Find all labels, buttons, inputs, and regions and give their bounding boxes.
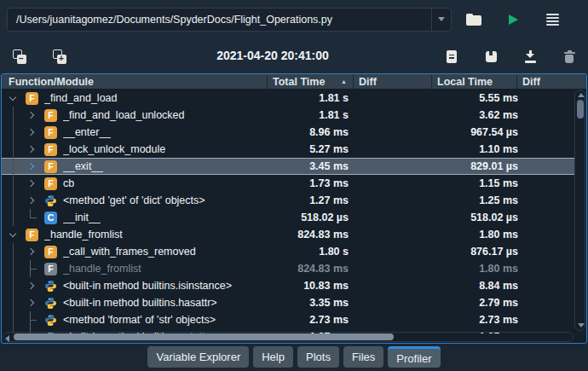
column-header-total-time[interactable]: Total Time▲	[268, 74, 354, 89]
function-icon: F	[44, 126, 57, 139]
column-header-function-module[interactable]: Function/Module	[2, 74, 268, 89]
open-file-button[interactable]	[464, 9, 484, 31]
expander-right-icon[interactable]	[26, 141, 37, 158]
local-time-value: 1.80 ms	[432, 260, 518, 277]
tab-help[interactable]: Help	[253, 346, 293, 368]
table-row[interactable]: F _find_and_load 1.81 s 5.55 ms	[2, 90, 574, 107]
total-diff-value	[357, 260, 425, 277]
table-row[interactable]: <built-in method builtins.hasattr> 3.35 …	[2, 294, 574, 311]
local-time-value: 876.17 µs	[432, 243, 518, 260]
function-label: _handle_fromlist	[63, 263, 141, 275]
table-row[interactable]: <method 'format' of 'str' objects> 2.73 …	[2, 311, 574, 328]
load-data-button[interactable]	[520, 45, 540, 67]
local-time-value: 829.01 µs	[432, 158, 518, 175]
tab-profiler[interactable]: Profiler	[388, 346, 440, 368]
table-row[interactable]: F __exit__ 3.45 ms 829.01 µs	[2, 158, 574, 175]
table-row[interactable]: F _handle_fromlist 824.83 ms 1.80 ms	[2, 226, 574, 243]
total-time-value: 2.73 ms	[268, 311, 349, 328]
local-diff-value	[524, 226, 574, 243]
column-header-label: Diff	[359, 76, 377, 88]
local-diff-value	[524, 124, 574, 141]
total-time-value: 824.83 ms	[268, 226, 349, 243]
expander-right-icon[interactable]	[26, 158, 37, 175]
local-time-value: 1.15 ms	[432, 175, 518, 192]
function-label: <built-in method builtins.isinstance>	[63, 280, 232, 292]
function-icon: F	[44, 143, 57, 156]
scroll-up-icon[interactable]	[578, 93, 585, 97]
column-header-label: Local Time	[437, 76, 493, 88]
table-row[interactable]: F __enter__ 8.96 ms 967.54 µs	[2, 124, 574, 141]
expander-right-icon[interactable]	[26, 294, 37, 311]
table-row[interactable]: F _lock_unlock_module 5.27 ms 1.10 ms	[2, 141, 574, 158]
python-icon	[44, 297, 57, 310]
expander-right-icon[interactable]	[26, 243, 37, 260]
column-header-diff[interactable]: Diff	[517, 74, 586, 89]
scroll-down-icon[interactable]	[578, 323, 585, 328]
function-label: cb	[63, 177, 74, 189]
tree-branch-line	[26, 311, 37, 328]
column-header-label: Function/Module	[9, 76, 94, 88]
expander-right-icon[interactable]	[26, 175, 37, 192]
total-diff-value	[357, 90, 425, 107]
total-time-value: 1.80 s	[268, 243, 349, 260]
table-row[interactable]: F _handle_fromlist 824.83 ms 1.80 ms	[2, 260, 574, 277]
total-diff-value	[357, 175, 425, 192]
column-header-label: Diff	[522, 76, 540, 88]
expander-right-icon[interactable]	[26, 107, 37, 124]
local-diff-value	[524, 158, 574, 175]
function-label: <method 'format' of 'str' objects>	[63, 314, 216, 326]
script-path-value[interactable]: /Users/juanitagomez/Documents/SpyderDocs…	[8, 14, 431, 26]
total-diff-value	[357, 277, 425, 294]
table-row[interactable]: F _call_with_frames_removed 1.80 s 876.1…	[2, 243, 574, 260]
options-menu-button[interactable]	[542, 9, 562, 31]
save-data-button[interactable]	[481, 45, 501, 67]
local-time-value: 1.25 ms	[432, 192, 518, 209]
local-diff-value	[524, 311, 574, 328]
path-dropdown-button[interactable]	[431, 9, 451, 31]
total-time-value: 10.83 ms	[268, 277, 349, 294]
local-diff-value	[524, 294, 574, 311]
table-header: Function/ModuleTotal Time▲DiffLocal Time…	[2, 74, 586, 90]
run-profiler-button[interactable]	[503, 9, 523, 31]
vertical-scrollbar[interactable]	[574, 90, 585, 331]
vertical-scrollbar-thumb[interactable]	[577, 100, 584, 119]
column-header-local-time[interactable]: Local Time	[432, 74, 517, 89]
expander-down-icon[interactable]	[7, 226, 19, 243]
total-diff-value	[357, 107, 425, 124]
table-row[interactable]: <built-in method builtins.isinstance> 10…	[2, 277, 574, 294]
tree-branch-line	[26, 260, 37, 277]
total-time-value: 5.27 ms	[268, 141, 349, 158]
clear-button[interactable]	[559, 45, 579, 67]
expander-down-icon[interactable]	[7, 90, 19, 107]
table-row[interactable]: C __init__ 518.02 µs 518.02 µs	[2, 209, 574, 226]
total-diff-value	[357, 124, 425, 141]
profile-tree-body: F _find_and_load 1.81 s 5.55 ms F _find_…	[2, 90, 586, 333]
local-time-value: 5.55 ms	[432, 90, 518, 107]
main-toolbar: /Users/juanitagomez/Documents/SpyderDocs…	[0, 0, 588, 38]
horizontal-scrollbar[interactable]	[3, 332, 574, 342]
column-header-label: Total Time	[273, 76, 325, 88]
function-icon: F	[26, 229, 38, 241]
table-row[interactable]: F cb 1.73 ms 1.15 ms	[2, 175, 574, 192]
table-row[interactable]: <method 'get' of 'dict' objects> 1.27 ms…	[2, 192, 574, 209]
table-row[interactable]: F _find_and_load_unlocked 1.81 s 3.62 ms	[2, 107, 574, 124]
expander-right-icon[interactable]	[26, 277, 37, 294]
sort-asc-icon: ▲	[341, 78, 347, 84]
total-time-value: 3.45 ms	[268, 158, 349, 175]
tab-files[interactable]: Files	[343, 346, 383, 368]
script-path-combobox[interactable]: /Users/juanitagomez/Documents/SpyderDocs…	[7, 8, 452, 32]
chevron-down-icon	[438, 17, 445, 21]
local-time-value: 1.10 ms	[432, 141, 518, 158]
expander-right-icon[interactable]	[26, 192, 37, 209]
total-diff-value	[357, 141, 425, 158]
column-header-diff[interactable]: Diff	[354, 74, 432, 89]
scroll-left-icon[interactable]	[5, 335, 9, 342]
local-time-value: 1.80 ms	[432, 226, 518, 243]
horizontal-scrollbar-thumb[interactable]	[14, 333, 394, 340]
tab-plots[interactable]: Plots	[297, 346, 339, 368]
function-label: _lock_unlock_module	[63, 143, 165, 155]
tab-variable-explorer[interactable]: Variable Explorer	[147, 346, 249, 368]
function-icon: F	[44, 263, 57, 275]
expander-right-icon[interactable]	[26, 124, 37, 141]
show-output-button[interactable]	[441, 45, 462, 67]
